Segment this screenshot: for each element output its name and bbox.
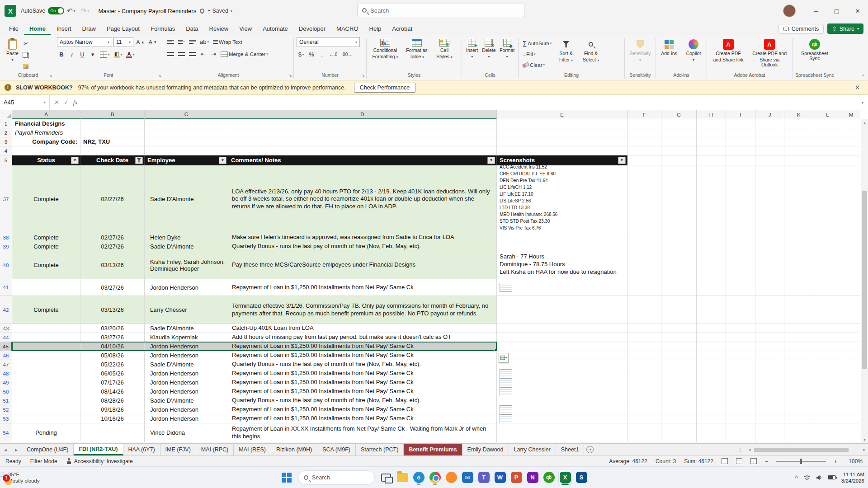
cell-L3[interactable] [813, 137, 842, 146]
cell-J37[interactable] [755, 165, 784, 233]
cell-K45[interactable] [784, 342, 813, 351]
ribbon-tab-view[interactable]: View [234, 23, 257, 35]
cell-J5[interactable] [755, 155, 784, 165]
cell-K47[interactable] [784, 360, 813, 369]
cell-H5[interactable] [697, 155, 726, 165]
cell-I47[interactable] [726, 360, 755, 369]
cell-G49[interactable] [661, 378, 697, 387]
cell-D47[interactable]: Quarterly Bonus - runs the last pay of m… [228, 360, 497, 369]
sheet-tab-sheet1[interactable]: Sheet1 [556, 444, 585, 455]
filter-button-employee[interactable]: ▼ [219, 157, 226, 164]
cell-G4[interactable] [661, 146, 697, 155]
cell-D50[interactable]: Repayment of Loan in $1,250.00 Installme… [228, 387, 497, 396]
cell-K51[interactable] [784, 396, 813, 405]
cell-H46[interactable] [697, 351, 726, 360]
cell-M4[interactable] [842, 146, 860, 155]
percent-button[interactable]: % [307, 50, 316, 59]
cell-M42[interactable] [842, 296, 860, 324]
cell-C54[interactable]: Vince Didona [145, 423, 228, 442]
cell-H43[interactable] [697, 324, 726, 333]
ribbon-tab-data[interactable]: Data [180, 23, 203, 35]
cell-D51[interactable]: Quarterly Bonus - runs the last pay of m… [228, 396, 497, 405]
filter-button-screenshots[interactable]: ▼ [618, 157, 626, 164]
cell-M46[interactable] [842, 351, 860, 360]
cell-G5[interactable] [661, 155, 697, 165]
cell-A50[interactable] [12, 387, 80, 396]
zoom-out-button[interactable]: − [765, 458, 768, 465]
cell-C43[interactable]: Sadie D'Almonte [145, 324, 228, 333]
new-sheet-button[interactable]: + [584, 444, 596, 455]
paste-options-button[interactable]: ▾ [499, 353, 509, 363]
undo-button[interactable]: ↶▾ [64, 5, 78, 17]
cell-J50[interactable] [755, 387, 784, 396]
cell-L47[interactable] [813, 360, 842, 369]
sheet-tab-sca-m9f[interactable]: SCA (M9F) [317, 444, 356, 455]
row-header-46[interactable]: 46 [0, 351, 12, 360]
cell-E54[interactable] [497, 423, 627, 442]
delete-cells-button[interactable]: × Delete▾ [481, 37, 497, 59]
row-header-45[interactable]: 45 [0, 342, 12, 351]
cell-L54[interactable] [813, 423, 842, 442]
ribbon-tab-acrobat[interactable]: Acrobat [387, 23, 418, 35]
cell-J4[interactable] [755, 146, 784, 155]
cell-F50[interactable] [627, 387, 661, 396]
clear-button[interactable]: Clear▾ [521, 60, 553, 70]
cell-D38[interactable]: Make sure Helen's timecard is approved, … [228, 233, 497, 242]
ribbon-tab-macro[interactable]: MACRO [331, 23, 363, 35]
cell-M50[interactable] [842, 387, 860, 396]
word-app-icon[interactable]: W [493, 470, 507, 485]
cell-B45[interactable]: 04/10/26 [80, 342, 145, 351]
cell-G38[interactable] [661, 233, 697, 242]
cell-I46[interactable] [726, 351, 755, 360]
cell-B44[interactable]: 03/27/26 [80, 333, 145, 342]
maximize-button[interactable]: ▢ [826, 0, 847, 22]
cell-L5[interactable] [813, 155, 842, 165]
cell-H51[interactable] [697, 396, 726, 405]
cell-F41[interactable] [627, 279, 661, 296]
cell-J39[interactable] [755, 242, 784, 251]
weather-widget[interactable]: 1 35°F Mostly cloudy [5, 471, 40, 484]
cell-E4[interactable] [497, 146, 627, 155]
filter-button-check-date[interactable] [135, 157, 143, 164]
cell-G40[interactable] [661, 251, 697, 279]
cell-B39[interactable]: 02/27/26 [80, 242, 145, 251]
cell-H48[interactable] [697, 369, 726, 378]
ribbon-tab-page-layout[interactable]: Page Layout [101, 23, 145, 35]
cell-I50[interactable] [726, 387, 755, 396]
cell-C44[interactable]: Klaudia Koperniak [145, 333, 228, 342]
cell-G3[interactable] [661, 137, 697, 146]
cell-H3[interactable] [697, 137, 726, 146]
cell-F47[interactable] [627, 360, 661, 369]
merge-center-button[interactable]: Merge & Center▾ [219, 49, 269, 59]
name-box[interactable]: A45 ▾ [0, 95, 50, 110]
cell-M1[interactable] [842, 119, 860, 128]
cell-J41[interactable] [755, 279, 784, 296]
ribbon-tab-insert[interactable]: Insert [51, 23, 77, 35]
cell-E46[interactable] [497, 351, 627, 360]
cell-D3[interactable] [228, 137, 497, 146]
scroll-down-icon[interactable]: ▼ [861, 436, 868, 443]
row-header-39[interactable]: 39 [0, 242, 12, 251]
cell-D43[interactable]: Catch-Up 401K Loan from LOA [228, 324, 497, 333]
cell-H1[interactable] [697, 119, 726, 128]
vertical-scroll-thumb[interactable] [862, 191, 867, 369]
cell-D53[interactable]: Repayment of Loan in $1,250.00 Installme… [228, 414, 497, 423]
align-top-button[interactable] [166, 37, 175, 47]
cell-J54[interactable] [755, 423, 784, 442]
cell-K39[interactable] [784, 242, 813, 251]
battery-icon[interactable] [828, 475, 836, 479]
cell-E53[interactable] [497, 414, 627, 423]
decrease-indent-button[interactable]: ⇤ [198, 49, 208, 59]
column-header-D[interactable]: D [228, 110, 497, 119]
cell-L39[interactable] [813, 242, 842, 251]
cell-K43[interactable] [784, 324, 813, 333]
cell-H4[interactable] [697, 146, 726, 155]
row-header-37[interactable]: 37 [0, 165, 12, 233]
cell-H54[interactable] [697, 423, 726, 442]
header-cell-employee[interactable]: Employee▼ [145, 155, 228, 165]
cell-I37[interactable] [726, 165, 755, 233]
cell-L52[interactable] [813, 405, 842, 414]
wifi-icon[interactable] [803, 475, 811, 480]
edge-browser-icon[interactable]: e [412, 470, 425, 485]
powerpoint-app-icon[interactable]: P [509, 470, 523, 485]
